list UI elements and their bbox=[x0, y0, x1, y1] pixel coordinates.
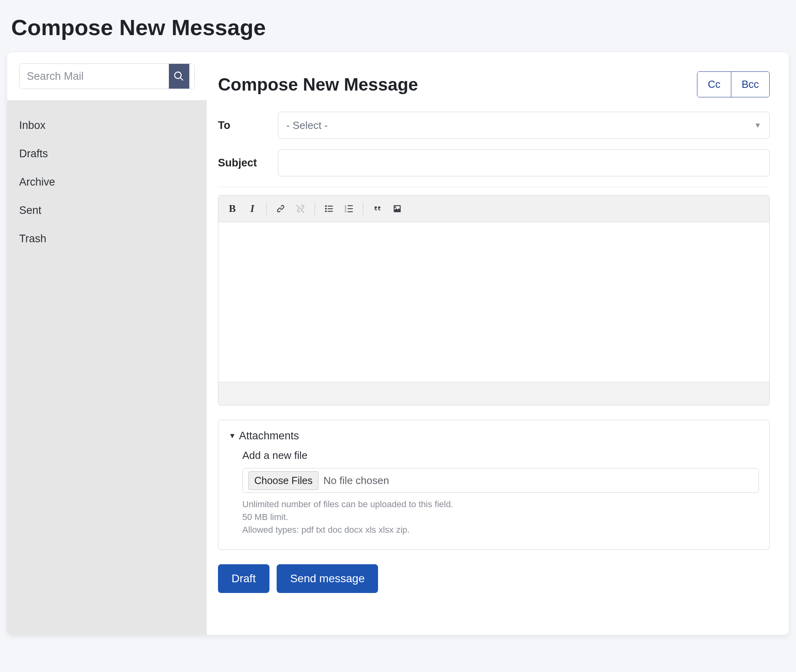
sidebar-item-inbox[interactable]: Inbox bbox=[19, 111, 195, 140]
search-wrap bbox=[19, 63, 195, 89]
cc-button[interactable]: Cc bbox=[697, 72, 731, 97]
sidebar: Inbox Drafts Archive Sent Trash bbox=[7, 52, 207, 635]
action-buttons: Draft Send message bbox=[218, 564, 770, 593]
blockquote-button[interactable] bbox=[369, 200, 386, 217]
choose-files-button[interactable]: Choose Files bbox=[248, 471, 319, 490]
sidebar-item-trash[interactable]: Trash bbox=[19, 225, 195, 253]
editor-footer bbox=[218, 382, 769, 405]
attachments-section: Attachments Add a new file Choose Files … bbox=[218, 420, 770, 550]
svg-rect-3 bbox=[328, 208, 333, 209]
svg-rect-5 bbox=[328, 211, 333, 211]
rich-text-editor: B I bbox=[218, 195, 770, 405]
bcc-button[interactable]: Bcc bbox=[731, 72, 769, 97]
link-button[interactable] bbox=[272, 200, 289, 217]
search-right-spacer bbox=[189, 64, 194, 89]
main-panel: Compose New Message Cc Bcc To - Select -… bbox=[207, 52, 789, 635]
sidebar-item-drafts[interactable]: Drafts bbox=[19, 140, 195, 168]
file-status: No file chosen bbox=[323, 474, 389, 487]
compose-header: Compose New Message Cc Bcc bbox=[218, 71, 770, 97]
to-selected-value: - Select - bbox=[286, 119, 328, 132]
subject-input[interactable] bbox=[278, 149, 770, 176]
subject-row: Subject bbox=[218, 149, 770, 176]
cc-bcc-group: Cc Bcc bbox=[697, 71, 770, 97]
italic-icon: I bbox=[250, 203, 254, 215]
svg-text:3: 3 bbox=[345, 210, 346, 213]
add-file-label: Add a new file bbox=[242, 449, 759, 462]
toolbar-separator bbox=[363, 202, 363, 215]
italic-button[interactable]: I bbox=[244, 200, 261, 217]
svg-point-2 bbox=[325, 208, 327, 210]
numbered-list-icon: 1 2 3 bbox=[344, 204, 354, 214]
bold-icon: B bbox=[229, 203, 236, 215]
search-bar bbox=[7, 52, 207, 100]
search-icon bbox=[173, 71, 184, 82]
toolbar-separator bbox=[315, 202, 315, 215]
hint-unlimited: Unlimited number of files can be uploade… bbox=[242, 499, 759, 510]
svg-point-4 bbox=[325, 210, 327, 212]
chevron-down-icon: ▼ bbox=[754, 121, 761, 130]
subject-label: Subject bbox=[218, 157, 278, 169]
sidebar-nav: Inbox Drafts Archive Sent Trash bbox=[7, 100, 207, 264]
sidebar-item-archive[interactable]: Archive bbox=[19, 168, 195, 196]
bulleted-list-button[interactable] bbox=[321, 200, 337, 217]
page-title: Compose New Message bbox=[11, 14, 789, 40]
attachments-body: Add a new file Choose Files No file chos… bbox=[229, 442, 759, 535]
numbered-list-button[interactable]: 1 2 3 bbox=[341, 200, 357, 217]
send-button[interactable]: Send message bbox=[277, 564, 378, 593]
link-icon bbox=[275, 204, 286, 214]
editor-body[interactable] bbox=[218, 222, 769, 382]
svg-point-0 bbox=[325, 205, 327, 207]
sidebar-item-sent[interactable]: Sent bbox=[19, 196, 195, 225]
to-select[interactable]: - Select - ▼ bbox=[278, 112, 770, 139]
insert-image-button[interactable] bbox=[389, 200, 406, 217]
svg-rect-7 bbox=[348, 205, 353, 206]
hint-types: Allowed types: pdf txt doc docx xls xlsx… bbox=[242, 525, 759, 535]
image-icon bbox=[392, 204, 402, 214]
svg-rect-1 bbox=[328, 206, 333, 206]
app-container: Inbox Drafts Archive Sent Trash Compose … bbox=[7, 52, 789, 635]
blockquote-icon bbox=[372, 204, 382, 214]
to-row: To - Select - ▼ bbox=[218, 112, 770, 139]
unlink-icon bbox=[295, 204, 306, 214]
attachments-title: Attachments bbox=[239, 430, 299, 442]
unlink-button bbox=[292, 200, 309, 217]
draft-button[interactable]: Draft bbox=[218, 564, 269, 593]
bulleted-list-icon bbox=[324, 204, 334, 214]
search-input[interactable] bbox=[20, 64, 169, 89]
svg-rect-9 bbox=[348, 208, 353, 209]
compose-title: Compose New Message bbox=[218, 75, 418, 95]
file-input-row[interactable]: Choose Files No file chosen bbox=[242, 468, 759, 493]
editor-toolbar: B I bbox=[218, 196, 769, 222]
search-button[interactable] bbox=[169, 64, 189, 89]
hint-limit: 50 MB limit. bbox=[242, 512, 759, 522]
attachments-toggle[interactable]: Attachments bbox=[229, 430, 759, 442]
to-label: To bbox=[218, 119, 278, 132]
bold-button[interactable]: B bbox=[224, 200, 241, 217]
toolbar-separator bbox=[266, 202, 267, 215]
divider bbox=[218, 187, 770, 187]
svg-rect-11 bbox=[348, 211, 353, 212]
